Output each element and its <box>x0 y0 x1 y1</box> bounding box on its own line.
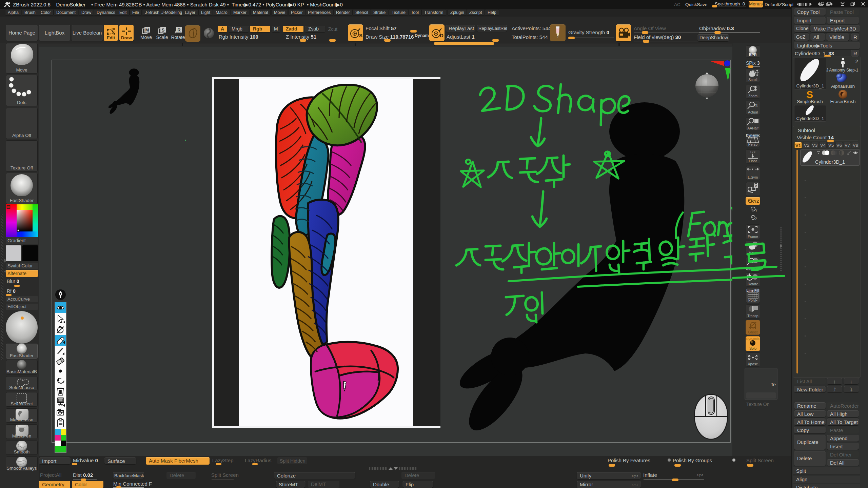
svg-text:S: S <box>806 90 813 99</box>
svg-text:S: S <box>359 33 362 38</box>
svg-text:x1: x1 <box>754 103 758 107</box>
svg-text:D: D <box>440 33 443 38</box>
svg-text:M: M <box>145 27 149 33</box>
svg-text:BPR: BPR <box>749 53 756 57</box>
svg-text:R: R <box>177 27 181 33</box>
svg-text:XYZ: XYZ <box>751 199 759 203</box>
svg-text:Z: Z <box>755 217 757 221</box>
svg-text:Y: Y <box>755 209 757 212</box>
svg-text:Draw: Draw <box>121 35 132 40</box>
svg-text:S: S <box>162 27 165 33</box>
svg-text:C: C <box>755 185 757 188</box>
svg-text:Edit: Edit <box>107 35 115 40</box>
